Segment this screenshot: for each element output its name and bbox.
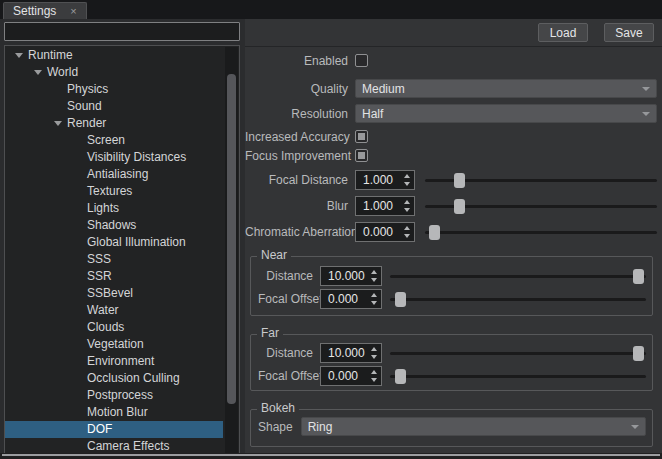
spin-up-icon[interactable] bbox=[404, 226, 410, 230]
resolution-label: Resolution bbox=[245, 107, 348, 121]
bokeh-group: Bokeh Shape Ring bbox=[250, 409, 653, 447]
spin-down-icon[interactable] bbox=[371, 355, 377, 359]
save-button[interactable]: Save bbox=[604, 23, 654, 42]
search-input[interactable] bbox=[4, 22, 240, 41]
far-distance-spinbox[interactable]: 10.000 bbox=[320, 343, 382, 363]
slider-handle[interactable] bbox=[633, 269, 644, 284]
slider-track bbox=[390, 298, 646, 301]
focal-distance-slider[interactable] bbox=[425, 170, 657, 190]
blur-spinbox[interactable]: 1.000 bbox=[355, 196, 415, 216]
far-focal-offset-spinbox[interactable]: 0.000 bbox=[320, 366, 382, 386]
bokeh-shape-label: Shape bbox=[258, 420, 293, 434]
tree-item-ssbevel[interactable]: SSBevel bbox=[5, 285, 223, 302]
scrollbar-thumb[interactable] bbox=[227, 74, 236, 404]
slider-handle[interactable] bbox=[429, 225, 440, 240]
focus-improvement-row: Focus Improvement bbox=[245, 149, 657, 162]
tree-item-runtime[interactable]: Runtime bbox=[5, 47, 223, 64]
spin-up-icon[interactable] bbox=[404, 200, 410, 204]
tree-item-vegetation[interactable]: Vegetation bbox=[5, 336, 223, 353]
bokeh-shape-row: Shape Ring bbox=[258, 417, 646, 436]
chromatic-aberration-spinbox[interactable]: 0.000 bbox=[355, 222, 415, 242]
tree-item-dof[interactable]: DOF bbox=[5, 421, 223, 438]
spin-up-icon[interactable] bbox=[404, 174, 410, 178]
spin-down-icon[interactable] bbox=[404, 208, 410, 212]
far-focal-offset-row: Focal Offset 0.000 bbox=[258, 366, 646, 386]
tab-settings[interactable]: Settings × bbox=[3, 2, 87, 19]
tree-scrollbar[interactable] bbox=[225, 47, 238, 459]
focal-distance-value: 1.000 bbox=[356, 173, 393, 187]
slider-handle[interactable] bbox=[633, 346, 644, 361]
tree-item-water[interactable]: Water bbox=[5, 302, 223, 319]
far-distance-label: Distance bbox=[258, 346, 313, 360]
tree-item-world[interactable]: World bbox=[5, 64, 223, 81]
tree-item-motion-blur[interactable]: Motion Blur bbox=[5, 404, 223, 421]
quality-dropdown[interactable]: Medium bbox=[355, 79, 657, 98]
slider-track bbox=[390, 352, 646, 355]
blur-row: Blur 1.000 bbox=[245, 196, 657, 216]
tree-item-sss[interactable]: SSS bbox=[5, 251, 223, 268]
far-focal-offset-slider[interactable] bbox=[390, 366, 646, 386]
enabled-row: Enabled bbox=[245, 54, 657, 67]
enabled-checkbox[interactable] bbox=[355, 54, 368, 67]
tree-item-postprocess[interactable]: Postprocess bbox=[5, 387, 223, 404]
tree-item-screen[interactable]: Screen bbox=[5, 132, 223, 149]
tree-item-occlusion-culling[interactable]: Occlusion Culling bbox=[5, 370, 223, 387]
slider-handle[interactable] bbox=[395, 292, 406, 307]
spin-up-icon[interactable] bbox=[371, 347, 377, 351]
near-distance-slider[interactable] bbox=[390, 266, 646, 286]
spin-down-icon[interactable] bbox=[371, 278, 377, 282]
dof-form: Enabled Quality Medium Resolution Half I… bbox=[245, 47, 662, 447]
focal-distance-spinbox[interactable]: 1.000 bbox=[355, 170, 415, 190]
slider-track bbox=[390, 275, 646, 278]
far-distance-slider[interactable] bbox=[390, 343, 646, 363]
bokeh-shape-dropdown[interactable]: Ring bbox=[301, 417, 646, 436]
resolution-dropdown[interactable]: Half bbox=[355, 104, 657, 123]
focus-improvement-checkbox[interactable] bbox=[355, 149, 368, 162]
spin-up-icon[interactable] bbox=[371, 270, 377, 274]
blur-slider[interactable] bbox=[425, 196, 657, 216]
slider-handle[interactable] bbox=[454, 173, 465, 188]
tree-item-global-illumination[interactable]: Global Illumination bbox=[5, 234, 223, 251]
spin-up-icon[interactable] bbox=[371, 370, 377, 374]
quality-value: Medium bbox=[356, 82, 405, 96]
near-distance-spinbox[interactable]: 10.000 bbox=[320, 266, 382, 286]
tab-title: Settings bbox=[13, 4, 56, 18]
tree-item-sound[interactable]: Sound bbox=[5, 98, 223, 115]
chevron-down-icon[interactable] bbox=[29, 70, 47, 75]
window-bottom-edge bbox=[0, 453, 662, 459]
tree-item-clouds[interactable]: Clouds bbox=[5, 319, 223, 336]
slider-handle[interactable] bbox=[454, 199, 465, 214]
quality-label: Quality bbox=[245, 82, 348, 96]
increased-accuracy-checkbox[interactable] bbox=[355, 130, 368, 143]
near-focal-offset-slider[interactable] bbox=[390, 289, 646, 309]
spin-down-icon[interactable] bbox=[404, 234, 410, 238]
spin-down-icon[interactable] bbox=[371, 301, 377, 305]
spin-up-icon[interactable] bbox=[371, 293, 377, 297]
chevron-down-icon[interactable] bbox=[10, 53, 28, 58]
chromatic-aberration-value: 0.000 bbox=[356, 225, 393, 239]
spin-down-icon[interactable] bbox=[404, 182, 410, 186]
slider-handle[interactable] bbox=[395, 369, 406, 384]
tree-item-render[interactable]: Render bbox=[5, 115, 223, 132]
tree-item-shadows[interactable]: Shadows bbox=[5, 217, 223, 234]
tree-item-visibility-distances[interactable]: Visibility Distances bbox=[5, 149, 223, 166]
dof-settings-panel: Load Save Enabled Quality Medium Resolut… bbox=[245, 19, 662, 453]
tree-item-physics[interactable]: Physics bbox=[5, 81, 223, 98]
spin-down-icon[interactable] bbox=[371, 378, 377, 382]
tree-item-lights[interactable]: Lights bbox=[5, 200, 223, 217]
near-focal-offset-spinbox[interactable]: 0.000 bbox=[320, 289, 382, 309]
chevron-down-icon[interactable] bbox=[49, 121, 67, 126]
tree-item-textures[interactable]: Textures bbox=[5, 183, 223, 200]
tree-item-environment[interactable]: Environment bbox=[5, 353, 223, 370]
window-resize-border[interactable] bbox=[2, 454, 660, 456]
chromatic-aberration-slider[interactable] bbox=[425, 222, 657, 242]
near-distance-value: 10.000 bbox=[321, 269, 365, 283]
tree-item-antialiasing[interactable]: Antialiasing bbox=[5, 166, 223, 183]
close-icon[interactable]: × bbox=[70, 6, 76, 17]
panel-toolbar: Load Save bbox=[245, 19, 662, 47]
slider-track bbox=[390, 375, 646, 378]
increased-accuracy-label: Increased Accuracy bbox=[245, 130, 348, 144]
tree-item-ssr[interactable]: SSR bbox=[5, 268, 223, 285]
load-button[interactable]: Load bbox=[538, 23, 588, 42]
far-focal-offset-label: Focal Offset bbox=[258, 369, 313, 383]
